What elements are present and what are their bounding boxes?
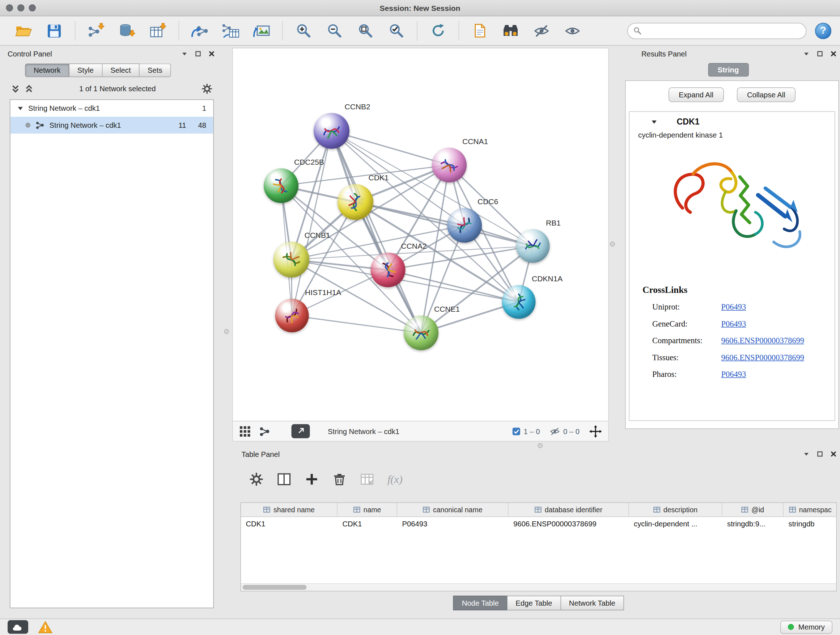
detach-view-button[interactable]	[292, 424, 310, 439]
column-header-namespac[interactable]: namespac	[783, 503, 837, 516]
search-input[interactable]	[645, 27, 801, 35]
network-node-rb1[interactable]	[516, 229, 550, 263]
memory-button[interactable]: Memory	[780, 621, 832, 633]
close-window-button[interactable]	[6, 4, 13, 11]
delete-table-icon	[360, 472, 375, 486]
column-header-name[interactable]: name	[338, 503, 397, 516]
protein-ribbon-thumbnail	[279, 302, 305, 329]
delete-column-trash-icon[interactable]	[332, 472, 347, 486]
document-button[interactable]	[470, 19, 490, 42]
column-header-canonical-name[interactable]: canonical name	[397, 503, 508, 516]
zoom-out-button[interactable]	[324, 19, 345, 42]
refresh-view-button[interactable]	[428, 19, 448, 42]
import-network-from-file-button[interactable]	[86, 19, 106, 42]
crosslink-row: GeneCard:P06493	[630, 316, 835, 333]
panel-close-icon[interactable]	[830, 51, 837, 57]
crosslink-label: Compartments:	[652, 336, 722, 346]
panel-close-icon[interactable]	[830, 451, 837, 457]
panel-float-icon[interactable]	[817, 451, 823, 457]
left-splitter-handle[interactable]	[224, 329, 229, 334]
expand-all-button[interactable]: Expand All	[668, 88, 724, 103]
network-view-share-icon[interactable]	[259, 425, 271, 437]
save-session-button[interactable]	[44, 19, 65, 42]
column-header-shared-name[interactable]: shared name	[241, 503, 338, 516]
cloud-button[interactable]	[8, 620, 28, 634]
import-network-database-icon	[118, 22, 136, 39]
tab-style[interactable]: Style	[69, 64, 103, 78]
panel-float-icon[interactable]	[195, 51, 202, 57]
network-node-ccnb2[interactable]	[314, 113, 349, 149]
panel-float-icon[interactable]	[817, 51, 823, 57]
zoom-window-button[interactable]	[29, 4, 36, 11]
horizontal-splitter-handle[interactable]	[538, 443, 543, 448]
column-header-description[interactable]: description	[629, 503, 722, 516]
column-header-database-identifier[interactable]: database identifier	[508, 503, 629, 516]
table-row[interactable]: CDK1CDK1P064939606.ENSP00000378699cyclin…	[241, 517, 836, 531]
network-node-label: CDC6	[477, 197, 498, 206]
tab-network-table[interactable]: Network Table	[561, 596, 624, 611]
expander-icon[interactable]	[17, 105, 24, 111]
network-view-canvas[interactable]: CCNB2CCNA1CDC25BCDK1CDC6RB1CCNB1CCNA2CDK…	[232, 48, 609, 421]
tab-node-table[interactable]: Node Table	[453, 596, 508, 611]
minimize-window-button[interactable]	[17, 4, 25, 11]
tab-string[interactable]: String	[708, 63, 749, 77]
show-graphics-details-button[interactable]	[562, 19, 583, 42]
panel-menu-icon[interactable]	[803, 51, 810, 57]
import-table-from-file-button[interactable]	[148, 19, 168, 42]
panel-close-icon[interactable]	[208, 51, 215, 57]
pan-crosshair-icon[interactable]	[589, 425, 602, 438]
panel-menu-icon[interactable]	[803, 451, 810, 457]
horizontal-scrollbar[interactable]	[241, 583, 836, 591]
column-header--id[interactable]: @id	[722, 503, 784, 516]
zoom-in-button[interactable]	[293, 19, 314, 42]
collapse-all-button[interactable]: Collapse All	[737, 88, 796, 103]
table-cell: P06493	[397, 517, 508, 531]
network-node-ccna2[interactable]	[371, 253, 406, 287]
collapse-all-networks-icon[interactable]	[11, 84, 20, 94]
show-columns-icon[interactable]	[277, 472, 292, 486]
help-button[interactable]: ?	[815, 22, 831, 39]
new-network-from-selection-button[interactable]	[189, 19, 210, 42]
scrollbar-thumb[interactable]	[243, 585, 307, 590]
network-image-export-button[interactable]	[251, 19, 272, 42]
network-row[interactable]: String Network – cdk1 11 48	[11, 117, 213, 134]
add-column-icon[interactable]	[305, 472, 319, 486]
tab-network[interactable]: Network	[25, 64, 69, 78]
network-options-gear-icon[interactable]	[202, 83, 213, 95]
network-node-cdc25b[interactable]	[264, 168, 298, 203]
hide-graphics-details-button[interactable]	[531, 19, 552, 42]
warning-icon[interactable]	[38, 621, 53, 633]
network-overview-button[interactable]	[500, 19, 521, 42]
network-node-ccnb1[interactable]	[273, 242, 309, 278]
zoom-fit-button[interactable]	[355, 19, 376, 42]
network-node-ccne1[interactable]	[404, 316, 439, 350]
crosslink-link[interactable]: 9606.ENSP00000378699	[722, 336, 804, 346]
expand-all-networks-icon[interactable]	[25, 84, 34, 94]
section-expander-icon[interactable]	[651, 119, 657, 125]
crosslink-link[interactable]: P06493	[722, 370, 746, 379]
network-node-cdkn1a[interactable]	[502, 285, 536, 319]
memory-label: Memory	[798, 623, 825, 631]
protein-ribbon-thumbnail	[268, 172, 295, 200]
network-node-hist1h1a[interactable]	[275, 299, 309, 333]
crosslink-link[interactable]: P06493	[722, 319, 746, 329]
network-collection-row[interactable]: String Network – cdk1 1	[11, 100, 213, 117]
zoom-selected-button[interactable]	[386, 19, 407, 42]
crosslink-link[interactable]: 9606.ENSP00000378699	[722, 353, 804, 363]
grid-view-icon[interactable]	[240, 425, 251, 437]
crosslink-link[interactable]: P06493	[722, 302, 746, 312]
tab-select[interactable]: Select	[103, 64, 140, 78]
table-panel-title: Table Panel	[242, 450, 280, 458]
network-node-ccna1[interactable]	[432, 148, 467, 182]
network-node-cdc6[interactable]	[447, 208, 482, 243]
tab-edge-table[interactable]: Edge Table	[508, 596, 561, 611]
panel-menu-icon[interactable]	[181, 51, 188, 57]
table-settings-gear-icon[interactable]	[249, 472, 264, 486]
right-splitter-handle[interactable]	[610, 242, 615, 247]
import-network-from-database-button[interactable]	[117, 19, 137, 42]
open-session-button[interactable]	[13, 19, 34, 42]
network-and-table-button[interactable]	[220, 19, 241, 42]
tab-sets[interactable]: Sets	[140, 64, 171, 78]
network-node-cdk1[interactable]	[338, 184, 373, 220]
search-field[interactable]	[627, 22, 806, 39]
